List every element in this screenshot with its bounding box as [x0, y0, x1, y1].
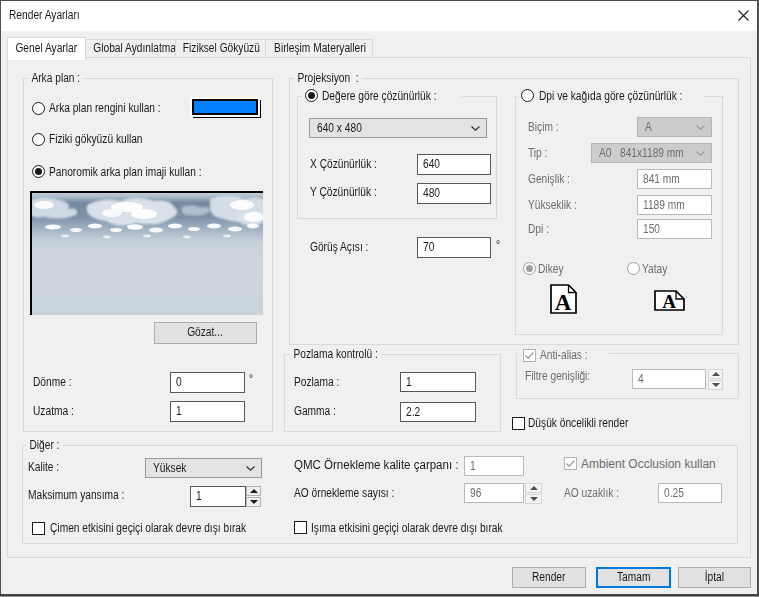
svg-text:A: A [662, 291, 676, 311]
svg-text:A: A [555, 290, 572, 314]
